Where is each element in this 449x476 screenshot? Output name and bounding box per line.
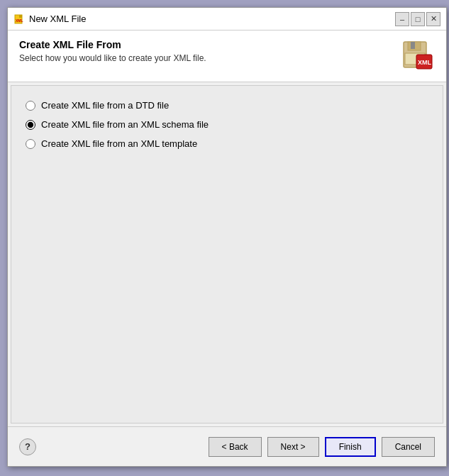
option-template[interactable]: Create XML file from an XML template	[26, 138, 428, 149]
svg-rect-6	[411, 42, 415, 49]
window-title: New XML File	[29, 13, 391, 24]
option-schema-label: Create XML file from an XML schema file	[41, 119, 209, 130]
radio-schema[interactable]	[26, 120, 35, 130]
header-text-block: Create XML File From Select how you woul…	[19, 39, 206, 63]
option-dtd[interactable]: Create XML file from a DTD file	[26, 100, 428, 111]
dialog-subtitle: Select how you would like to create your…	[19, 53, 206, 63]
footer-right: < Back Next > Finish Cancel	[209, 437, 435, 457]
minimize-button[interactable]: –	[395, 12, 409, 26]
close-button[interactable]: ✕	[426, 12, 440, 26]
maximize-button[interactable]: □	[411, 12, 425, 26]
option-schema[interactable]: Create XML file from an XML schema file	[26, 119, 428, 130]
back-button[interactable]: < Back	[209, 437, 262, 457]
finish-button[interactable]: Finish	[325, 437, 376, 457]
option-dtd-label: Create XML file from a DTD file	[41, 100, 169, 111]
help-button[interactable]: ?	[19, 438, 36, 455]
svg-text:XML: XML	[16, 18, 23, 23]
window-icon: XML	[13, 13, 25, 25]
svg-rect-1	[19, 15, 22, 18]
svg-text:XML: XML	[418, 59, 432, 66]
radio-dtd[interactable]	[26, 101, 35, 111]
title-bar-controls: – □ ✕	[395, 12, 440, 26]
option-template-label: Create XML file from an XML template	[41, 138, 197, 149]
dialog-header: Create XML File From Select how you woul…	[8, 31, 446, 82]
title-bar: XML New XML File – □ ✕	[8, 8, 446, 31]
dialog-title: Create XML File From	[19, 39, 206, 50]
dialog-footer: ? < Back Next > Finish Cancel	[8, 426, 446, 466]
footer-left: ?	[19, 438, 36, 455]
dialog-body: Create XML file from a DTD file Create X…	[11, 85, 443, 424]
cancel-button[interactable]: Cancel	[382, 437, 435, 457]
dialog-window: XML New XML File – □ ✕ Create XML File F…	[7, 7, 447, 467]
header-icon: XML	[401, 39, 435, 73]
next-button[interactable]: Next >	[267, 437, 319, 457]
radio-template[interactable]	[26, 139, 35, 149]
